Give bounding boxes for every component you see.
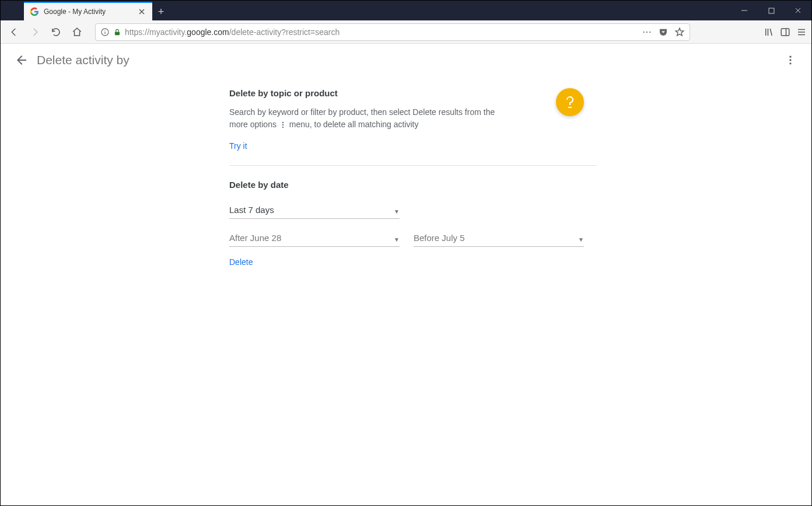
url-text: https://myactivity.google.com/delete-act… bbox=[125, 27, 638, 37]
tab-close-icon[interactable] bbox=[137, 7, 146, 16]
back-arrow-button[interactable] bbox=[10, 48, 33, 72]
browser-titlebar: Google - My Activity + bbox=[1, 1, 811, 20]
app-header: Delete activity by bbox=[1, 44, 811, 76]
date-range-select[interactable]: Last 7 days ▼ bbox=[229, 200, 400, 219]
svg-point-13 bbox=[282, 127, 284, 128]
svg-point-2 bbox=[104, 30, 105, 30]
more-options-button[interactable] bbox=[779, 48, 802, 72]
delete-by-date-section: Delete by date Last 7 days ▼ After June … bbox=[229, 166, 597, 267]
minimize-button[interactable] bbox=[731, 1, 758, 20]
dropdown-icon: ▼ bbox=[394, 236, 400, 243]
tab-title: Google - My Activity bbox=[44, 8, 137, 16]
favicon-icon bbox=[30, 7, 39, 16]
topic-heading: Delete by topic or product bbox=[229, 88, 597, 98]
date-range-value: Last 7 days bbox=[229, 205, 274, 215]
new-tab-button[interactable]: + bbox=[152, 3, 170, 20]
home-button[interactable] bbox=[68, 23, 86, 41]
svg-point-10 bbox=[789, 62, 791, 64]
main-content: Delete by topic or product Search by key… bbox=[1, 76, 811, 267]
site-info-icon[interactable] bbox=[100, 27, 110, 37]
dropdown-icon: ▼ bbox=[578, 236, 584, 243]
date-heading: Delete by date bbox=[229, 180, 597, 190]
lock-icon bbox=[113, 28, 121, 36]
after-date-value: After June 28 bbox=[229, 233, 281, 243]
nav-forward-button bbox=[26, 23, 44, 41]
more-vert-icon bbox=[279, 121, 287, 129]
menu-icon[interactable] bbox=[796, 27, 807, 37]
delete-by-topic-section: Delete by topic or product Search by key… bbox=[229, 88, 597, 166]
library-icon[interactable] bbox=[764, 27, 774, 37]
window-controls bbox=[731, 1, 811, 20]
pocket-icon[interactable] bbox=[658, 27, 668, 37]
dropdown-icon: ▼ bbox=[394, 208, 400, 215]
before-date-value: Before July 5 bbox=[414, 233, 465, 243]
reload-button[interactable] bbox=[47, 23, 65, 41]
browser-toolbar: https://myactivity.google.com/delete-act… bbox=[1, 20, 811, 44]
svg-point-4 bbox=[643, 31, 645, 32]
after-date-select[interactable]: After June 28 ▼ bbox=[229, 228, 400, 247]
close-window-button[interactable] bbox=[785, 1, 811, 20]
delete-link[interactable]: Delete bbox=[229, 257, 253, 267]
svg-point-5 bbox=[646, 31, 648, 32]
svg-point-11 bbox=[282, 122, 284, 123]
svg-point-6 bbox=[649, 31, 650, 32]
try-it-link[interactable]: Try it bbox=[229, 141, 247, 151]
help-fab[interactable] bbox=[556, 88, 584, 116]
svg-rect-0 bbox=[769, 8, 774, 13]
sidebar-icon[interactable] bbox=[780, 27, 790, 37]
maximize-button[interactable] bbox=[758, 1, 785, 20]
bookmark-icon[interactable] bbox=[674, 27, 685, 37]
svg-point-8 bbox=[789, 56, 791, 58]
nav-back-button[interactable] bbox=[5, 23, 23, 41]
browser-tab[interactable]: Google - My Activity bbox=[24, 2, 152, 20]
page-actions-icon[interactable] bbox=[642, 27, 652, 37]
before-date-select[interactable]: Before July 5 ▼ bbox=[414, 228, 584, 247]
svg-rect-7 bbox=[781, 29, 789, 36]
page-title: Delete activity by bbox=[37, 53, 130, 67]
svg-point-12 bbox=[282, 124, 284, 125]
svg-point-9 bbox=[789, 59, 791, 61]
topic-description: Search by keyword or filter by product, … bbox=[229, 106, 515, 131]
url-bar[interactable]: https://myactivity.google.com/delete-act… bbox=[95, 23, 690, 41]
svg-rect-3 bbox=[115, 32, 120, 35]
